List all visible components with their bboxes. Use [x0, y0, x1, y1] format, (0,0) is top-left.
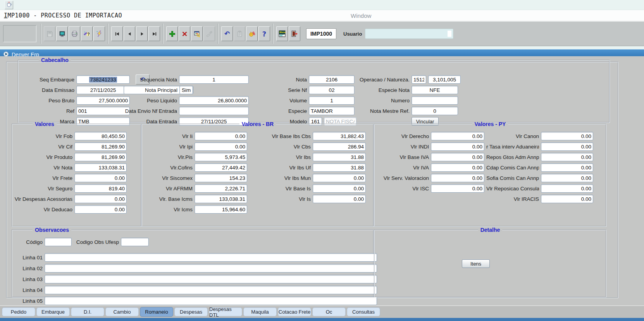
dropdown-nota-principal[interactable]: Sim▼ [179, 86, 193, 94]
menu-item-window[interactable]: Window [351, 12, 371, 19]
field-input-r-tasa-interv-aduaneira[interactable] [541, 142, 593, 151]
field-input-vlr-afrmm[interactable] [195, 184, 247, 193]
tab-cotacao-frete[interactable]: Cotacao Frete [278, 307, 311, 316]
field-label-codigo-obs-ufesp: Codigo Obs Ufesp [76, 239, 119, 245]
field-input-vlr-indi[interactable] [431, 142, 484, 151]
field-input-codigo-obs-ufesp[interactable] [121, 238, 149, 246]
field-input-vlr-pis[interactable] [195, 153, 247, 161]
field-input-vlr-fob[interactable] [74, 132, 127, 140]
field-input-vlr-base-ibs-cbs[interactable] [313, 132, 366, 140]
field-input-vlr-ibs-mun[interactable] [313, 174, 366, 182]
field-input-c-digo[interactable] [45, 238, 72, 246]
field-input-vlr-ii[interactable] [195, 132, 247, 140]
query-button[interactable] [191, 26, 203, 41]
exit-button[interactable] [289, 26, 300, 41]
field-input-vlr-cofins[interactable] [195, 163, 247, 172]
insert-record-button[interactable] [166, 26, 178, 41]
field-input-especie-nota[interactable] [412, 86, 458, 94]
tab-d-i[interactable]: D.I. [71, 307, 104, 316]
save-button[interactable] [44, 26, 55, 41]
field-input-ref[interactable] [76, 107, 130, 115]
field-input-linha-02[interactable] [45, 264, 377, 273]
field-input-vlr-ipi[interactable] [195, 142, 247, 151]
last-record-button[interactable] [148, 26, 160, 41]
field-input-linha-04[interactable] [45, 286, 377, 294]
field-input-vlr-base-iva[interactable] [431, 153, 484, 161]
field-input-operacao-natureza[interactable] [428, 75, 461, 84]
tab-pedido[interactable]: Pedido [2, 307, 35, 316]
next-record-button[interactable] [136, 26, 148, 41]
tab-despesas-dtl[interactable]: Despesas DTL [209, 307, 242, 316]
field-input-vlr-ibs[interactable] [313, 153, 366, 161]
field-input-vlr-ibs-uf[interactable] [313, 163, 366, 172]
field-input-nota-mestre-ref[interactable] [412, 107, 458, 115]
tab-cambio[interactable]: Cambio [105, 307, 139, 316]
field-input-vlr-canon[interactable] [541, 132, 593, 140]
field-input-vlr-derecho[interactable] [431, 132, 484, 140]
execute-lightning-button[interactable] [93, 26, 105, 41]
field-input-especie[interactable] [309, 107, 355, 115]
field-input-linha-03[interactable] [45, 275, 377, 283]
field-input-cdap-comis-can-annp[interactable] [541, 163, 593, 172]
field-input-vlr-reposicao-consular[interactable] [541, 184, 593, 193]
group-title: Valores [33, 121, 57, 127]
field-input-vlr-iracis[interactable] [541, 195, 593, 203]
field-input-sofia-comis-can-annp[interactable] [541, 174, 593, 182]
field-input-vlr-produto[interactable] [74, 153, 127, 161]
tab-embarque[interactable]: Embarque [36, 307, 70, 316]
undo-button[interactable]: ↶ [221, 26, 233, 41]
field-input-vlr-nota[interactable] [74, 163, 127, 172]
field-input-vlr-despesas-acessorias[interactable] [74, 195, 127, 203]
clear-record-button[interactable] [203, 26, 215, 41]
itens-button[interactable]: Itens [462, 259, 490, 268]
paste-button[interactable] [234, 26, 245, 41]
group-title: Observacoes [33, 227, 71, 233]
tab-oc[interactable]: Oc [312, 307, 346, 316]
field-input-vlr-icms[interactable] [195, 205, 247, 214]
commit-button[interactable] [246, 26, 258, 41]
tab-romaneio[interactable]: Romaneio [140, 307, 173, 317]
previous-record-button[interactable] [124, 26, 135, 41]
group-title: Detalhe [478, 227, 503, 233]
tab-maquila[interactable]: Maquila [243, 307, 277, 316]
field-input-sequencia-nota[interactable] [179, 75, 249, 84]
group-valores: Valores Vlr FobVlr CifVlr ProdutoVlr Not… [12, 121, 141, 227]
field-input-repos-gtos-adm-annp[interactable] [541, 153, 593, 161]
field-input-vlr-iva[interactable] [431, 163, 484, 172]
field-input-seq-embarque[interactable]: 738241233 [76, 75, 130, 84]
field-input-data-emissao[interactable] [76, 86, 130, 94]
tab-consultas[interactable]: Consultas [347, 307, 380, 316]
first-record-button[interactable] [111, 26, 123, 41]
field-input-vlr-is[interactable] [313, 195, 366, 203]
field-input-volume[interactable] [309, 96, 355, 105]
usuario-field[interactable] [365, 29, 453, 39]
delete-record-button[interactable] [179, 26, 190, 41]
field-input-linha-05[interactable] [45, 297, 377, 305]
field-input-vlr-frete[interactable] [74, 174, 127, 182]
field-input-vlr-seguro[interactable] [74, 184, 127, 193]
help-button[interactable]: ? [258, 26, 270, 41]
field-input-data-envio-nf-entrada[interactable] [179, 107, 249, 115]
field-input-vlr-isc[interactable] [431, 184, 484, 193]
field-input-serie-nf[interactable] [309, 86, 355, 94]
field-input-vlr-cif[interactable] [74, 142, 127, 151]
field-input-vlr-cbs[interactable] [313, 142, 366, 151]
field-input-vlr-base-is[interactable] [313, 184, 366, 193]
field-input-vlr-siscomex[interactable] [195, 174, 247, 182]
field-input-peso-bruto[interactable] [76, 96, 130, 105]
java-app-button[interactable] [5, 1, 13, 9]
field-input-nota[interactable] [309, 75, 355, 84]
field-input-peso-liquido[interactable] [179, 96, 249, 105]
field-input-vlr-base-icms[interactable] [195, 195, 247, 203]
screen-button[interactable] [56, 26, 68, 41]
field-input-numero[interactable] [412, 96, 458, 105]
field-input-operacao-natureza[interactable] [412, 75, 426, 84]
menu-button[interactable]: Menu [276, 26, 288, 41]
field-input-vlr-deducao[interactable] [74, 205, 127, 214]
field-input-vlr-serv-valoracion[interactable] [431, 174, 484, 182]
tab-despesas[interactable]: Despesas [174, 307, 208, 316]
chevron-down-icon[interactable]: ▼ [193, 86, 193, 94]
print-button[interactable] [69, 26, 80, 41]
field-input-linha-01[interactable] [45, 253, 377, 262]
context-help-button[interactable]: ? [81, 26, 93, 41]
